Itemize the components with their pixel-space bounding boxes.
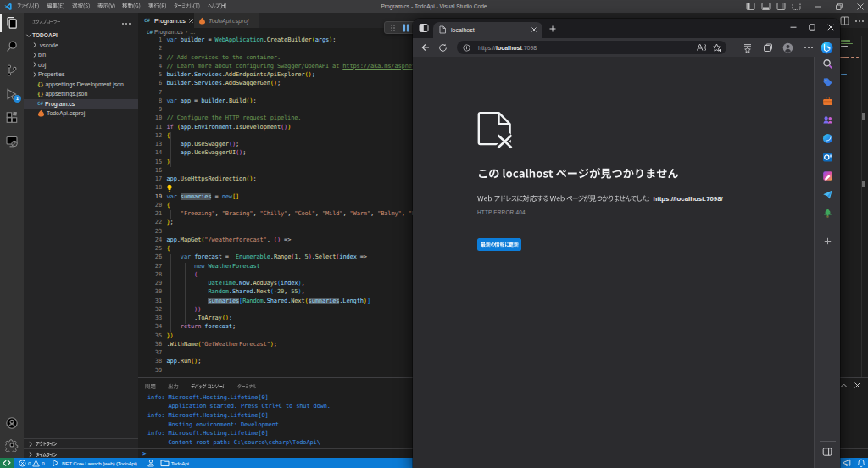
panel-close-icon[interactable] <box>854 382 861 389</box>
activity-explorer[interactable] <box>0 11 24 35</box>
sidebar-toggle-button[interactable] <box>822 447 832 457</box>
tree-item-todoapi-csproj[interactable]: TodoApi.csproj <box>24 109 138 119</box>
sidebar-copilot-icon[interactable] <box>822 133 833 144</box>
favorites-button[interactable] <box>743 43 753 53</box>
breadcrumb-item[interactable]: … <box>190 29 196 35</box>
sidebar-tools-icon[interactable] <box>822 96 833 107</box>
sidebar-outlook-icon[interactable] <box>822 152 833 163</box>
activity-extensions[interactable] <box>0 106 24 130</box>
collections-icon[interactable] <box>763 43 773 53</box>
browser-close-icon[interactable] <box>826 23 835 31</box>
settings-more-button[interactable] <box>804 45 814 50</box>
bing-discover-icon[interactable] <box>821 42 833 54</box>
sidebar-toggle-icon[interactable] <box>822 447 832 457</box>
breadcrumb-item[interactable]: Program.cs <box>154 29 183 35</box>
tree-item-appsettings-json[interactable]: {}appsettings.json <box>24 89 138 99</box>
url-text[interactable]: https://localhost:7098 <box>478 45 696 51</box>
sidebar-drop-icon[interactable] <box>822 189 833 200</box>
tree-item-program-cs[interactable]: C#Program.cs <box>24 99 138 109</box>
menu-view[interactable] <box>93 0 119 13</box>
tab-actions-menu-button[interactable] <box>419 23 429 33</box>
sidebar-people-icon[interactable] <box>822 114 833 125</box>
tree-item-bin[interactable]: bin <box>24 50 138 60</box>
activity-source-control[interactable] <box>0 58 24 82</box>
tab-todoapi-csproj[interactable]: TodoApi.csproj <box>194 13 259 28</box>
browser-maximize-button[interactable] <box>808 23 816 31</box>
browser-minimize-button[interactable] <box>789 23 798 31</box>
new-tab-icon[interactable] <box>548 25 557 33</box>
add-favorite-icon[interactable] <box>712 43 722 53</box>
debug-pause-button[interactable] <box>402 23 410 33</box>
back-icon[interactable] <box>420 42 431 53</box>
sidebar-tree-icon[interactable] <box>822 208 833 219</box>
tree-root-todoapi[interactable]: TODOAPI <box>24 31 138 41</box>
lightbulb-icon[interactable] <box>166 184 173 192</box>
site-info-icon[interactable] <box>463 44 470 52</box>
menu-file[interactable] <box>14 0 43 13</box>
tree-item-properties[interactable]: Properties <box>24 70 138 80</box>
menu-help[interactable] <box>203 0 230 13</box>
debug-pause-icon[interactable] <box>402 23 410 33</box>
active-folder-status[interactable]: TodoApi <box>158 458 192 468</box>
browser-tab-localhost[interactable]: localhost <box>433 22 542 39</box>
refresh-button[interactable] <box>438 43 448 53</box>
sidebar-add-icon[interactable] <box>823 237 832 246</box>
panel-tab-problems[interactable] <box>145 380 156 393</box>
favorites-icon[interactable] <box>743 43 753 53</box>
remote-indicator[interactable] <box>0 458 14 468</box>
toggle-panel-button[interactable] <box>758 0 773 13</box>
profile-button[interactable] <box>782 42 793 53</box>
menu-terminal[interactable] <box>170 0 204 13</box>
tab-program-cs[interactable]: C#Program.cs <box>138 13 194 28</box>
site-info-button[interactable] <box>463 44 470 52</box>
collections-button[interactable] <box>763 43 773 53</box>
read-aloud-icon[interactable] <box>696 43 706 52</box>
menu-edit[interactable] <box>43 0 69 13</box>
reload-button[interactable] <box>477 238 521 252</box>
notifications-button[interactable] <box>857 459 865 468</box>
sidebar-shopping-icon[interactable] <box>822 77 833 88</box>
activity-search[interactable] <box>0 35 24 58</box>
tree-item-appsettings-development-json[interactable]: {}appsettings.Development.json <box>24 80 138 90</box>
add-favorite-button[interactable] <box>712 43 722 53</box>
read-aloud-button[interactable] <box>696 43 706 52</box>
split-editor-icon[interactable] <box>840 16 849 25</box>
csdevkit-status[interactable] <box>144 458 158 468</box>
tab-close-icon[interactable] <box>531 26 537 33</box>
activity-remote-explorer[interactable] <box>0 130 24 153</box>
more-menu-icon[interactable] <box>804 45 814 50</box>
address-bar[interactable]: https://localhost:7098 <box>457 41 726 54</box>
window-minimize-button[interactable] <box>810 0 826 13</box>
menu-run[interactable] <box>145 0 170 13</box>
panel-maximize-icon[interactable] <box>840 382 848 389</box>
sidebar-search-icon[interactable] <box>822 58 833 70</box>
window-restore-button[interactable] <box>832 0 847 13</box>
debug-toolbar-grip[interactable] <box>390 23 396 33</box>
customize-layout-button[interactable] <box>788 0 804 13</box>
tree-item-obj[interactable]: obj <box>24 60 138 70</box>
browser-minimize-icon[interactable] <box>789 23 798 31</box>
menu-selection[interactable] <box>69 0 94 13</box>
profile-avatar-icon[interactable] <box>782 42 793 53</box>
panel-tab-output[interactable] <box>168 380 179 393</box>
activity-accounts[interactable] <box>0 411 24 435</box>
browser-close-button[interactable] <box>826 23 835 31</box>
more-actions-icon[interactable] <box>854 18 865 25</box>
back-button[interactable] <box>420 42 431 53</box>
tab-actions-icon[interactable] <box>419 23 429 33</box>
toggle-secondary-sidebar-button[interactable] <box>773 0 788 13</box>
panel-tab-terminal[interactable] <box>237 380 256 393</box>
more-actions-icon[interactable] <box>121 20 131 27</box>
refresh-icon[interactable] <box>438 43 448 53</box>
browser-maximize-icon[interactable] <box>808 23 816 31</box>
window-close-button[interactable] <box>853 0 868 13</box>
bing-discover-button[interactable] <box>821 42 833 54</box>
activity-run-debug[interactable]: 1 <box>0 82 24 106</box>
menu-go[interactable] <box>119 0 144 13</box>
notifications-bell-icon[interactable] <box>857 459 865 468</box>
feedback-button[interactable] <box>843 459 852 467</box>
panel-tab-debug-console[interactable] <box>191 380 226 393</box>
activity-settings[interactable] <box>0 433 24 457</box>
new-tab-button[interactable] <box>548 25 557 33</box>
problems-status[interactable]: 00 <box>16 458 47 468</box>
